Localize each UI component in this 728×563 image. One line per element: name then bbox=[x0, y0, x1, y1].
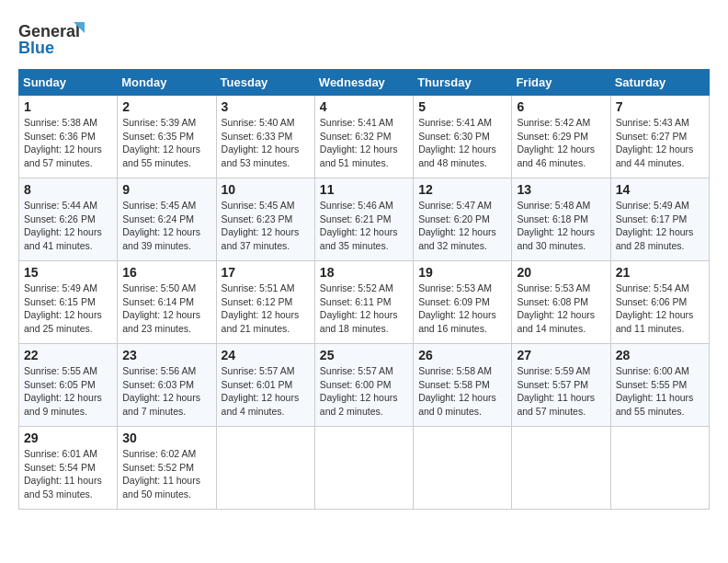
day-info: Sunrise: 5:48 AM Sunset: 6:18 PM Dayligh… bbox=[517, 199, 605, 253]
calendar-cell: 25Sunrise: 5:57 AM Sunset: 6:00 PM Dayli… bbox=[314, 344, 413, 427]
day-number: 16 bbox=[122, 265, 210, 280]
day-info: Sunrise: 5:47 AM Sunset: 6:20 PM Dayligh… bbox=[418, 199, 506, 253]
day-info: Sunrise: 5:41 AM Sunset: 6:32 PM Dayligh… bbox=[320, 116, 408, 170]
day-info: Sunrise: 5:49 AM Sunset: 6:17 PM Dayligh… bbox=[616, 199, 704, 253]
calendar-week-3: 15Sunrise: 5:49 AM Sunset: 6:15 PM Dayli… bbox=[19, 261, 710, 344]
calendar-cell: 23Sunrise: 5:56 AM Sunset: 6:03 PM Dayli… bbox=[118, 344, 216, 427]
calendar-cell: 8Sunrise: 5:44 AM Sunset: 6:26 PM Daylig… bbox=[19, 178, 118, 261]
calendar-cell: 26Sunrise: 5:58 AM Sunset: 5:58 PM Dayli… bbox=[414, 344, 512, 427]
calendar-week-2: 8Sunrise: 5:44 AM Sunset: 6:26 PM Daylig… bbox=[19, 178, 710, 261]
day-number: 24 bbox=[222, 348, 310, 362]
logo: GeneralBlue bbox=[18, 18, 92, 60]
calendar-cell: 29Sunrise: 6:01 AM Sunset: 5:54 PM Dayli… bbox=[19, 427, 118, 510]
calendar-cell: 27Sunrise: 5:59 AM Sunset: 5:57 PM Dayli… bbox=[512, 344, 610, 427]
calendar-week-5: 29Sunrise: 6:01 AM Sunset: 5:54 PM Dayli… bbox=[19, 427, 710, 510]
day-info: Sunrise: 6:02 AM Sunset: 5:52 PM Dayligh… bbox=[122, 447, 210, 501]
calendar-cell: 19Sunrise: 5:53 AM Sunset: 6:09 PM Dayli… bbox=[414, 261, 512, 344]
calendar-cell: 22Sunrise: 5:55 AM Sunset: 6:05 PM Dayli… bbox=[19, 344, 118, 427]
header: GeneralBlue bbox=[18, 18, 710, 60]
day-number: 27 bbox=[517, 348, 605, 362]
day-info: Sunrise: 5:57 AM Sunset: 6:00 PM Dayligh… bbox=[320, 364, 408, 419]
day-number: 25 bbox=[320, 348, 408, 362]
calendar-cell bbox=[414, 427, 512, 510]
calendar-cell: 3Sunrise: 5:40 AM Sunset: 6:33 PM Daylig… bbox=[216, 96, 314, 178]
calendar-cell: 13Sunrise: 5:48 AM Sunset: 6:18 PM Dayli… bbox=[512, 178, 610, 261]
day-number: 7 bbox=[616, 99, 704, 114]
day-number: 3 bbox=[222, 99, 310, 114]
day-number: 6 bbox=[517, 99, 605, 114]
day-number: 9 bbox=[122, 182, 210, 197]
calendar-cell: 18Sunrise: 5:52 AM Sunset: 6:11 PM Dayli… bbox=[314, 261, 413, 344]
column-header-thursday: Thursday bbox=[414, 70, 512, 96]
day-info: Sunrise: 5:51 AM Sunset: 6:12 PM Dayligh… bbox=[222, 282, 310, 336]
calendar-cell: 30Sunrise: 6:02 AM Sunset: 5:52 PM Dayli… bbox=[118, 427, 216, 510]
day-number: 22 bbox=[24, 348, 112, 362]
day-info: Sunrise: 5:38 AM Sunset: 6:36 PM Dayligh… bbox=[24, 116, 112, 170]
calendar-cell: 11Sunrise: 5:46 AM Sunset: 6:21 PM Dayli… bbox=[314, 178, 413, 261]
day-number: 17 bbox=[222, 265, 310, 280]
calendar-week-1: 1Sunrise: 5:38 AM Sunset: 6:36 PM Daylig… bbox=[19, 96, 710, 178]
day-info: Sunrise: 5:40 AM Sunset: 6:33 PM Dayligh… bbox=[222, 116, 310, 170]
calendar-cell bbox=[610, 427, 709, 510]
calendar-cell: 5Sunrise: 5:41 AM Sunset: 6:30 PM Daylig… bbox=[414, 96, 512, 178]
day-info: Sunrise: 5:43 AM Sunset: 6:27 PM Dayligh… bbox=[616, 116, 704, 170]
day-number: 20 bbox=[517, 265, 605, 280]
day-number: 19 bbox=[418, 265, 506, 280]
day-number: 8 bbox=[24, 182, 112, 197]
day-info: Sunrise: 6:01 AM Sunset: 5:54 PM Dayligh… bbox=[24, 447, 112, 501]
day-info: Sunrise: 6:00 AM Sunset: 5:55 PM Dayligh… bbox=[616, 364, 704, 419]
day-number: 5 bbox=[418, 99, 506, 114]
day-info: Sunrise: 5:39 AM Sunset: 6:35 PM Dayligh… bbox=[122, 116, 210, 170]
calendar-cell: 6Sunrise: 5:42 AM Sunset: 6:29 PM Daylig… bbox=[512, 96, 610, 178]
calendar-cell: 10Sunrise: 5:45 AM Sunset: 6:23 PM Dayli… bbox=[216, 178, 314, 261]
calendar-cell: 4Sunrise: 5:41 AM Sunset: 6:32 PM Daylig… bbox=[314, 96, 413, 178]
day-info: Sunrise: 5:56 AM Sunset: 6:03 PM Dayligh… bbox=[122, 364, 210, 419]
day-number: 4 bbox=[320, 99, 408, 114]
calendar-cell: 21Sunrise: 5:54 AM Sunset: 6:06 PM Dayli… bbox=[610, 261, 709, 344]
calendar-cell: 2Sunrise: 5:39 AM Sunset: 6:35 PM Daylig… bbox=[118, 96, 216, 178]
column-header-saturday: Saturday bbox=[610, 70, 709, 96]
logo-svg: GeneralBlue bbox=[18, 18, 92, 60]
day-number: 11 bbox=[320, 182, 408, 197]
day-info: Sunrise: 5:52 AM Sunset: 6:11 PM Dayligh… bbox=[320, 282, 408, 336]
day-info: Sunrise: 5:46 AM Sunset: 6:21 PM Dayligh… bbox=[320, 199, 408, 253]
calendar-week-4: 22Sunrise: 5:55 AM Sunset: 6:05 PM Dayli… bbox=[19, 344, 710, 427]
day-info: Sunrise: 5:49 AM Sunset: 6:15 PM Dayligh… bbox=[24, 282, 112, 336]
svg-text:Blue: Blue bbox=[18, 39, 54, 57]
day-info: Sunrise: 5:59 AM Sunset: 5:57 PM Dayligh… bbox=[517, 364, 605, 419]
day-number: 13 bbox=[517, 182, 605, 197]
day-info: Sunrise: 5:42 AM Sunset: 6:29 PM Dayligh… bbox=[517, 116, 605, 170]
header-row: SundayMondayTuesdayWednesdayThursdayFrid… bbox=[19, 70, 710, 96]
calendar-cell: 14Sunrise: 5:49 AM Sunset: 6:17 PM Dayli… bbox=[610, 178, 709, 261]
calendar-cell: 17Sunrise: 5:51 AM Sunset: 6:12 PM Dayli… bbox=[216, 261, 314, 344]
day-info: Sunrise: 5:55 AM Sunset: 6:05 PM Dayligh… bbox=[24, 364, 112, 419]
day-number: 30 bbox=[122, 431, 210, 445]
calendar-cell: 24Sunrise: 5:57 AM Sunset: 6:01 PM Dayli… bbox=[216, 344, 314, 427]
column-header-tuesday: Tuesday bbox=[216, 70, 314, 96]
day-number: 29 bbox=[24, 431, 112, 445]
day-info: Sunrise: 5:57 AM Sunset: 6:01 PM Dayligh… bbox=[222, 364, 310, 419]
day-number: 23 bbox=[122, 348, 210, 362]
day-info: Sunrise: 5:45 AM Sunset: 6:24 PM Dayligh… bbox=[122, 199, 210, 253]
calendar-cell bbox=[314, 427, 413, 510]
day-info: Sunrise: 5:54 AM Sunset: 6:06 PM Dayligh… bbox=[616, 282, 704, 336]
day-info: Sunrise: 5:53 AM Sunset: 6:09 PM Dayligh… bbox=[418, 282, 506, 336]
day-number: 12 bbox=[418, 182, 506, 197]
day-info: Sunrise: 5:58 AM Sunset: 5:58 PM Dayligh… bbox=[418, 364, 506, 419]
day-number: 10 bbox=[222, 182, 310, 197]
day-number: 21 bbox=[616, 265, 704, 280]
calendar-cell: 12Sunrise: 5:47 AM Sunset: 6:20 PM Dayli… bbox=[414, 178, 512, 261]
calendar-cell: 28Sunrise: 6:00 AM Sunset: 5:55 PM Dayli… bbox=[610, 344, 709, 427]
svg-text:General: General bbox=[18, 22, 80, 40]
day-number: 15 bbox=[24, 265, 112, 280]
column-header-monday: Monday bbox=[118, 70, 216, 96]
column-header-wednesday: Wednesday bbox=[314, 70, 413, 96]
calendar-cell: 9Sunrise: 5:45 AM Sunset: 6:24 PM Daylig… bbox=[118, 178, 216, 261]
day-info: Sunrise: 5:44 AM Sunset: 6:26 PM Dayligh… bbox=[24, 199, 112, 253]
day-info: Sunrise: 5:45 AM Sunset: 6:23 PM Dayligh… bbox=[222, 199, 310, 253]
calendar-cell: 15Sunrise: 5:49 AM Sunset: 6:15 PM Dayli… bbox=[19, 261, 118, 344]
calendar-table: SundayMondayTuesdayWednesdayThursdayFrid… bbox=[18, 69, 710, 510]
calendar-cell: 16Sunrise: 5:50 AM Sunset: 6:14 PM Dayli… bbox=[118, 261, 216, 344]
day-number: 1 bbox=[24, 99, 112, 114]
calendar-cell bbox=[216, 427, 314, 510]
